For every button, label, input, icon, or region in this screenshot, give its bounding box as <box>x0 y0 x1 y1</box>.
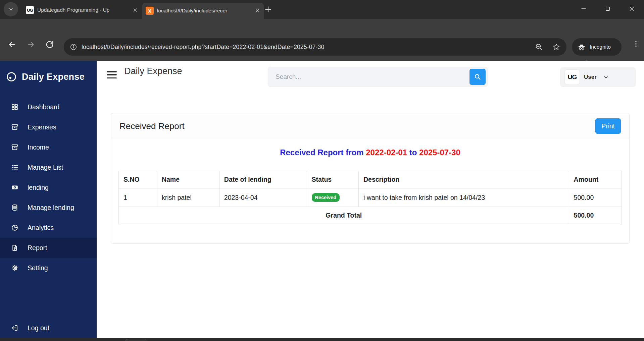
column-header-sno: S.NO <box>119 171 157 188</box>
pie-chart-icon <box>11 224 18 231</box>
cell-description: i want to take from krish patel on 14/04… <box>359 188 569 207</box>
site-info-icon[interactable] <box>70 43 77 51</box>
url-bar[interactable]: localhost/t/Daily/includes/received-repo… <box>64 38 566 56</box>
sidebar-item-label: Setting <box>28 264 48 272</box>
incognito-badge[interactable]: Incognito <box>572 38 622 56</box>
range-prefix: Received Report from <box>280 148 363 157</box>
tab-search-button[interactable] <box>4 2 18 16</box>
incognito-label: Incognito <box>590 44 611 50</box>
archive-icon <box>11 144 18 151</box>
sidebar-item-label: Expenses <box>28 123 56 131</box>
restore-button[interactable] <box>604 5 612 13</box>
cell-name: krish patel <box>157 188 219 207</box>
logout-icon <box>11 324 18 332</box>
sidebar-item-label: Log out <box>28 324 49 332</box>
sidebar-item-analytics[interactable]: Analytics <box>0 218 97 238</box>
sidebar-item-report[interactable]: Report <box>0 238 97 258</box>
reload-button[interactable] <box>45 40 55 50</box>
tab-localhost-active[interactable]: X localhost/t/Daily/includes/recei <box>142 3 264 19</box>
sidebar-item-dashboard[interactable]: Dashboard <box>0 97 97 117</box>
column-header-name: Name <box>157 171 219 188</box>
database-icon <box>11 204 18 211</box>
back-button[interactable] <box>7 40 17 50</box>
table-footer-row: Grand Total 500.00 <box>119 207 622 224</box>
sidebar-item-setting[interactable]: Setting <box>0 258 97 278</box>
search-bar <box>268 67 488 87</box>
chevron-down-icon <box>8 7 14 12</box>
screen: UG Updategadh Programming - Up X localho… <box>0 0 644 341</box>
hamburger-menu-icon[interactable] <box>107 71 117 78</box>
print-button[interactable]: Print <box>595 118 621 134</box>
file-text-icon <box>11 244 18 251</box>
column-header-status: Status <box>307 171 358 188</box>
archive-icon <box>11 123 18 131</box>
column-header-amount: Amount <box>569 171 622 188</box>
bookmark-star-icon[interactable] <box>552 43 560 51</box>
grand-total-amount: 500.00 <box>569 207 622 224</box>
window-controls <box>574 0 641 17</box>
zoom-out-icon[interactable] <box>535 43 543 51</box>
sidebar-item-logout[interactable]: Log out <box>0 318 108 338</box>
cell-date: 2023-04-04 <box>219 188 307 207</box>
grid-icon <box>11 103 18 111</box>
chevron-down-icon <box>603 74 609 80</box>
card-title: Received Report <box>119 121 185 131</box>
sidebar-brand[interactable]: Daily Expense <box>0 61 97 88</box>
sidebar: Daily Expense Dashboard Expenses Income <box>0 61 97 338</box>
main-content: Received Report Print Received Report fr… <box>97 89 644 338</box>
forward-button[interactable] <box>26 40 36 50</box>
user-name-label: User <box>584 74 597 80</box>
sidebar-item-label: lending <box>28 184 49 191</box>
minimize-button[interactable] <box>580 5 588 13</box>
report-range-heading: Received Report from 2022-02-01 to 2025-… <box>118 148 622 157</box>
sidebar-item-lending[interactable]: lending <box>0 177 97 197</box>
range-start-date: 2022-02-01 <box>366 148 407 157</box>
sidebar-item-label: Report <box>28 244 47 252</box>
status-badge: Received <box>312 193 340 202</box>
close-tab-icon[interactable] <box>132 7 138 13</box>
table-header-row: S.NO Name Date of lending Status Descrip… <box>119 171 622 188</box>
sidebar-item-manage-lending[interactable]: Manage lending <box>0 197 97 218</box>
column-header-date: Date of lending <box>219 171 307 188</box>
table-row: 1 krish patel 2023-04-04 Received i want… <box>119 188 622 207</box>
cash-icon <box>11 184 18 191</box>
urlbar-actions <box>535 43 560 51</box>
tab-title: Updategadh Programming - Up <box>37 7 129 13</box>
column-header-description: Description <box>359 171 569 188</box>
list-icon <box>11 164 18 171</box>
browser-menu-icon[interactable] <box>632 40 640 48</box>
tab-title: localhost/t/Daily/includes/recei <box>157 8 251 14</box>
avatar: UG <box>565 70 580 84</box>
new-tab-button[interactable] <box>264 5 273 14</box>
gear-icon <box>11 264 18 272</box>
browser-chrome: UG Updategadh Programming - Up X localho… <box>0 0 644 61</box>
close-tab-icon[interactable] <box>254 8 260 14</box>
sidebar-item-expenses[interactable]: Expenses <box>0 117 97 137</box>
tab-updategadh[interactable]: UG Updategadh Programming - Up <box>22 3 142 17</box>
brand-logo-icon <box>6 71 17 82</box>
sidebar-item-income[interactable]: Income <box>0 137 97 157</box>
range-end-date: 2025-07-30 <box>419 148 460 157</box>
taskbar-edge <box>0 338 644 341</box>
sidebar-menu: Dashboard Expenses Income Manage List <box>0 97 97 278</box>
sidebar-item-label: Dashboard <box>28 103 59 111</box>
search-icon <box>474 73 481 80</box>
sidebar-item-label: Manage List <box>28 164 63 171</box>
brand-title: Daily Expense <box>22 72 85 82</box>
app-header: Daily Expense UG User <box>97 61 644 89</box>
card-body: Received Report from 2022-02-01 to 2025-… <box>111 148 629 224</box>
sidebar-item-label: Manage lending <box>28 204 74 212</box>
search-input[interactable] <box>275 73 469 81</box>
received-report-table: S.NO Name Date of lending Status Descrip… <box>118 171 622 224</box>
sidebar-item-label: Income <box>28 144 49 151</box>
url-text[interactable]: localhost/t/Daily/includes/received-repo… <box>82 44 531 51</box>
cell-amount: 500.00 <box>569 188 622 207</box>
search-button[interactable] <box>469 69 486 85</box>
close-window-button[interactable] <box>628 5 636 13</box>
taskbar-icon-hint <box>125 339 147 341</box>
sidebar-item-manage-list[interactable]: Manage List <box>0 157 97 177</box>
user-menu[interactable]: UG User <box>560 67 636 87</box>
cell-status: Received <box>307 188 358 207</box>
received-report-card: Received Report Print Received Report fr… <box>111 113 630 244</box>
updategadh-favicon-icon: UG <box>26 6 34 14</box>
